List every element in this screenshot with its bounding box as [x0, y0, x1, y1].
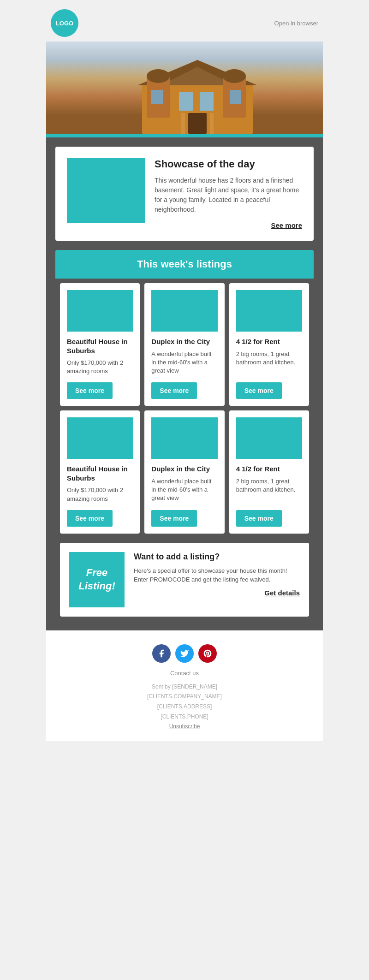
- listing-desc-2: A wonderful place built in the mid-60's …: [151, 350, 217, 376]
- listing-card-2: Duplex in the City A wonderful place bui…: [144, 283, 224, 406]
- footer: Contact us Sent by [SENDER_NAME] [CLIENT…: [46, 630, 323, 741]
- hero-teal-bar: [46, 134, 323, 137]
- free-listing-text: Want to add a listing? Here's a special …: [134, 552, 300, 597]
- listing-desc-5: A wonderful place built in the mid-60's …: [151, 477, 217, 503]
- showcase-text: Showcase of the day This wonderful house…: [155, 158, 302, 229]
- listing-see-more-button-3[interactable]: See more: [236, 382, 282, 399]
- listing-see-more-button-4[interactable]: See more: [67, 510, 113, 527]
- listing-image-2: [151, 290, 217, 332]
- footer-contact-link[interactable]: Contact us: [55, 670, 314, 677]
- svg-rect-9: [230, 90, 241, 104]
- listing-desc-4: Only $170,000 with 2 amazing rooms: [67, 486, 133, 503]
- footer-address: [CLIENTS.ADDRESS]: [55, 702, 314, 712]
- listing-image-6: [236, 417, 302, 459]
- showcase-image: [67, 158, 145, 223]
- hero-image: [46, 42, 323, 134]
- unsubscribe-link[interactable]: Unsubscribe: [55, 722, 314, 732]
- free-listing-title: Want to add a listing?: [134, 552, 300, 562]
- footer-sent-by: Sent by [SENDER_NAME]: [55, 682, 314, 692]
- main-content: Showcase of the day This wonderful house…: [46, 137, 323, 630]
- footer-phone: [CLIENTS.PHONE]: [55, 712, 314, 722]
- listing-title-1: Beautiful House in Suburbs: [67, 337, 133, 355]
- listing-image-5: [151, 417, 217, 459]
- listing-card-5: Duplex in the City A wonderful place bui…: [144, 410, 224, 533]
- listing-title-6: 4 1/2 for Rent: [236, 464, 302, 474]
- listings-title: This week's listings: [64, 258, 305, 270]
- listing-desc-3: 2 big rooms, 1 great bathroom and kitche…: [236, 350, 302, 376]
- footer-company: [CLIENTS.COMPANY_NAME]: [55, 692, 314, 702]
- facebook-icon[interactable]: [152, 644, 171, 663]
- listings-grid: Beautiful House in Suburbs Only $170,000…: [55, 279, 314, 538]
- svg-rect-8: [151, 90, 163, 104]
- listing-image-4: [67, 417, 133, 459]
- svg-rect-11: [181, 113, 185, 134]
- listing-title-4: Beautiful House in Suburbs: [67, 464, 133, 482]
- free-listing-card: Free Listing! Want to add a listing? Her…: [60, 543, 309, 617]
- svg-rect-7: [200, 92, 214, 111]
- listings-header: This week's listings: [55, 250, 314, 279]
- listing-see-more-button-6[interactable]: See more: [236, 510, 282, 527]
- free-listing-section: Free Listing! Want to add a listing? Her…: [55, 543, 314, 621]
- listing-card-3: 4 1/2 for Rent 2 big rooms, 1 great bath…: [229, 283, 309, 406]
- hero-image-inner: [46, 42, 323, 134]
- listing-image-1: [67, 290, 133, 332]
- listing-title-3: 4 1/2 for Rent: [236, 337, 302, 346]
- listing-title-5: Duplex in the City: [151, 464, 217, 474]
- listing-image-3: [236, 290, 302, 332]
- svg-point-3: [147, 69, 170, 83]
- listing-see-more-button-2[interactable]: See more: [151, 382, 197, 399]
- get-details-link[interactable]: Get details: [134, 589, 300, 597]
- showcase-title: Showcase of the day: [155, 158, 302, 170]
- pinterest-icon[interactable]: [198, 644, 217, 663]
- listing-desc-1: Only $170,000 with 2 amazing rooms: [67, 359, 133, 375]
- listing-card-4: Beautiful House in Suburbs Only $170,000…: [60, 410, 140, 533]
- social-icons: [55, 644, 314, 663]
- listing-desc-6: 2 big rooms, 1 great bathroom and kitche…: [236, 477, 302, 503]
- building-illustration: [133, 55, 262, 134]
- listing-see-more-button-5[interactable]: See more: [151, 510, 197, 527]
- listing-card-6: 4 1/2 for Rent 2 big rooms, 1 great bath…: [229, 410, 309, 533]
- showcase-description: This wonderful house has 2 floors and a …: [155, 176, 302, 214]
- email-header: LOGO Open in browser: [46, 0, 323, 42]
- showcase-card: Showcase of the day This wonderful house…: [55, 147, 314, 241]
- listing-card-1: Beautiful House in Suburbs Only $170,000…: [60, 283, 140, 406]
- twitter-icon[interactable]: [175, 644, 194, 663]
- free-listing-description: Here's a special offer to showcase your …: [134, 566, 300, 584]
- free-listing-image: Free Listing!: [69, 552, 125, 607]
- svg-rect-6: [179, 92, 193, 111]
- svg-rect-10: [188, 113, 207, 134]
- listing-title-2: Duplex in the City: [151, 337, 217, 346]
- open-in-browser-link[interactable]: Open in browser: [274, 20, 318, 27]
- svg-rect-12: [210, 113, 214, 134]
- footer-details: Sent by [SENDER_NAME] [CLIENTS.COMPANY_N…: [55, 682, 314, 732]
- svg-point-5: [223, 69, 246, 83]
- showcase-see-more-link[interactable]: See more: [155, 221, 302, 229]
- logo: LOGO: [51, 9, 78, 37]
- listing-see-more-button-1[interactable]: See more: [67, 382, 113, 399]
